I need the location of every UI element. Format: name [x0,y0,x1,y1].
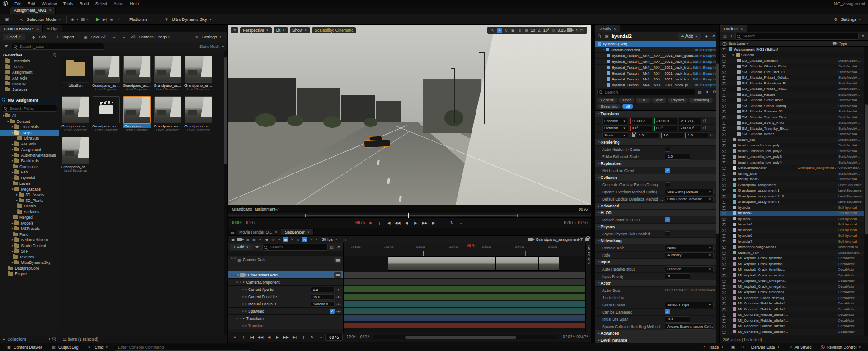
asset-grandpano-assignment-4[interactable]: Grandpano_assignment-4Level Sequence [184,56,212,91]
scale-snap-icon[interactable]: ▤ [551,28,556,33]
spawned-checkbox[interactable]: ✓ [330,309,335,314]
outliner-row-mi-asphalt-crack-umegahk[interactable]: MI_Asphalt_Crack_umegahk...DecalActor [720,272,868,278]
column-item-label[interactable]: Item Label [729,42,745,46]
visibility-eye-icon[interactable] [722,52,726,57]
initial-life-span-field[interactable]: 0.0 [665,316,690,323]
collections-section[interactable]: ▸Collections + [0,335,59,343]
expander-icon[interactable]: ▾ [603,48,605,51]
favorite-seqs[interactable]: _seqs [0,64,59,70]
tree-folder-3d-assets[interactable]: ▸3D_Assets [0,192,59,198]
solo-dot-icon[interactable] [245,296,247,298]
selection-side-tab[interactable]: Selection [585,243,591,332]
outliner-row-fishing-boat[interactable]: fishing_boatStaticMeshA... [720,171,868,177]
platforms-dropdown[interactable]: Platforms▾ [127,16,156,23]
tab-outliner[interactable]: Outliner× [720,25,747,32]
tree-folder-fab[interactable]: ▸Fab [0,169,59,175]
asset-grandpano-assignment-6[interactable]: Grandpano_assignment-6Level Sequence [92,96,120,131]
select-tool-icon[interactable]: ↖ [490,28,495,33]
visibility-eye-icon[interactable] [722,244,726,249]
outliner-row-mi-concrete-rubble-ultefalf[interactable]: MI_Concrete_Rubble_ultefalf...DecalActor [720,323,868,329]
visibility-eye-icon[interactable] [722,92,726,97]
edit-blueprint-link[interactable]: Edit hyundai [838,234,867,238]
visibility-eye-icon[interactable] [722,188,726,193]
asset-grandpano-assignment-9[interactable]: Grandpano_assignment-9Level Sequence [184,96,212,131]
advance-icon[interactable]: → [317,334,324,341]
rotation-y-field[interactable]: 0.0° [654,125,677,131]
favorite-materials[interactable]: _materials [0,58,59,64]
close-icon[interactable]: × [49,8,52,13]
edit-blueprint-link[interactable]: Edit hyundai [838,239,867,243]
forward-icon[interactable]: → [120,33,127,40]
filter-chip-streaming[interactable]: Streaming [597,104,621,109]
ultra-dynamic-sky-dropdown[interactable]: ☀ Ultra Dynamic Sky▾ [160,15,215,23]
track-section-cameracomponent[interactable] [344,279,585,285]
outliner-row-beach-umbrella-low-poly2[interactable]: beach_umbrella_low_poly2StaticMeshA... [720,148,868,154]
filter-funnel-icon[interactable] [5,45,8,47]
solo-dot-icon[interactable] [245,325,247,327]
favorite-am-vol4[interactable]: AM_vol4 [0,75,59,81]
outliner-row-sm-situacia-stena-kontaj[interactable]: SM_Situacia_Stena_Kontaj...StaticMeshA..… [720,103,868,109]
record-icon[interactable]: ● [367,220,374,226]
outliner-row-grandpano-assignment-2-u[interactable]: Grandpano_assignment-2_U...LevelSequence [720,193,868,199]
tree-folder-ultrasun[interactable]: UltraSun [0,136,59,141]
tree-folder-decals[interactable]: Decals [0,203,59,209]
visibility-eye-icon[interactable] [722,323,726,328]
section-collision[interactable]: ▾Collision [595,174,719,181]
fab-button[interactable]: ◆Fab [28,33,49,41]
component-hyundai-tucson-mk4-nx4-2021-back-trunk-01[interactable]: Hyundai_Tucson__Mk4__NX4__2021_back_trun… [595,59,719,65]
rotate-tool-icon[interactable]: ↻ [504,28,509,33]
details-search-input[interactable] [597,89,695,95]
sequencer-track-manual-focus-d[interactable]: Manual Focus D100000.0‹◆› [228,300,343,308]
cache-icon[interactable]: ⊟ [740,345,745,350]
current-frame-field[interactable]: 0076 [326,334,343,341]
edit-blueprint-link[interactable]: Edit hyundai [838,211,867,215]
visibility-eye-icon[interactable] [722,120,726,125]
track-section-cinecameraactor[interactable] [344,272,585,278]
project-section-header[interactable]: MG_Assignment [0,97,59,103]
filter-chip-misc[interactable]: Misc [652,98,666,103]
visibility-eye-icon[interactable] [722,307,726,312]
expander-icon[interactable]: ▸ [243,317,245,320]
menu-build[interactable]: Build [76,1,92,6]
generate-overlap-events-during-level-strea-checkbox[interactable] [665,182,670,187]
section-transform[interactable]: ▾Transform [595,111,719,117]
solo-dot-icon[interactable] [240,281,241,283]
net-load-on-client-checkbox[interactable]: ✓ [665,168,670,173]
tree-folder-mspresets[interactable]: ▸MSPresets [0,226,59,232]
visibility-eye-icon[interactable] [722,131,726,136]
render-movie-icon[interactable] [237,238,242,241]
play-icon[interactable]: ▶ [94,16,101,23]
jump-end-icon[interactable]: ▶| [291,334,298,341]
favorites-star-icon[interactable]: ★ [704,89,710,95]
stop-icon[interactable]: ■ [108,16,115,23]
jump-start-icon[interactable]: |◀ [385,220,392,226]
content-drawer-button[interactable]: ▦Content Drawer [4,344,45,351]
add-component-button[interactable]: +Add▾ [678,33,701,40]
breadcrumb-content[interactable]: Content [137,35,154,39]
tree-folder-megascans[interactable]: ▾Megascans [0,187,59,192]
filter-chip-all[interactable]: All [622,104,633,109]
derived-data-dropdown[interactable]: Derived Data▾ [749,344,783,351]
insights-icon[interactable]: ▣ [731,345,736,350]
clapper-icon[interactable]: ▦ [251,237,257,242]
snap-icon[interactable]: ▦ [283,237,288,242]
auto-receive-input-dropdown[interactable]: Disabled▾ [665,266,714,272]
tree-folder-textures[interactable]: Textures [0,254,59,260]
expander-icon[interactable]: ▾ [7,120,9,123]
outliner-search-input[interactable] [735,33,859,40]
mute-dot-icon[interactable] [242,296,244,298]
outliner-row-sm-situacia-plot-drot-01[interactable]: SM_Situacia_Plot_Drot_01StaticMeshA... [720,69,868,75]
filter-chip-actor[interactable]: Actor [618,98,634,103]
sequencer-track-cinecameraactor[interactable]: ▾CineCameraActor [228,271,343,279]
viewport-timeline-scrub[interactable] [228,213,591,217]
outliner-row-mi-asphalt-crack-umegahk[interactable]: MI_Asphalt_Crack_umegahk...DecalActor [720,278,868,284]
play-icon[interactable]: ▶ [274,334,281,341]
edit-blueprint-link[interactable]: Edit hyundai [838,206,867,210]
outliner-row-instancedfoliageactor0[interactable]: InstancedFoliageActor0InstancedFol... [720,244,868,250]
menu-actor[interactable]: Actor [110,1,127,6]
outliner-row-hyundai[interactable]: hyundaiEdit hyundai [720,205,868,211]
outliner-row-sm-situacia-suteren-01[interactable]: SM_Situacia_Suteren_01StaticMeshA... [720,109,868,115]
search-icon[interactable] [598,34,602,38]
sequencer-track-camera-cuts[interactable]: ▦Camera Cuts [228,256,343,271]
settings-gear-icon[interactable]: ⚙ [336,244,341,250]
